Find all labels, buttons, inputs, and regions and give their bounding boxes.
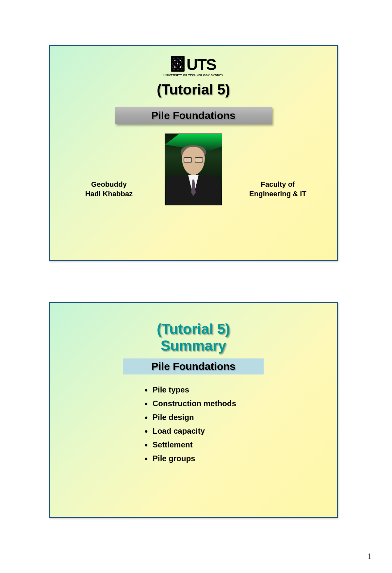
uts-logo-text: UTS	[187, 58, 216, 72]
slide2-subject-bar: Pile Foundations	[123, 358, 264, 374]
bullet-item: Construction methods	[145, 397, 337, 410]
slide2-bullet-list: Pile types Construction methods Pile des…	[145, 383, 337, 465]
slide2-title-line1: (Tutorial 5)	[157, 321, 230, 337]
slide1-right-line2: Engineering & IT	[249, 190, 306, 198]
uts-logo-subtext: UNIVERSITY OF TECHNOLOGY SYDNEY	[50, 74, 337, 77]
slide1-left-text: Geobuddy Hadi Khabbaz	[63, 180, 155, 205]
slide1-info-row: Geobuddy Hadi Khabbaz Faculty of Enginee…	[50, 133, 337, 205]
uts-logo-block: UTS UNIVERSITY OF TECHNOLOGY SYDNEY	[50, 56, 337, 77]
bullet-item: Settlement	[145, 438, 337, 452]
slide-2-summary: (Tutorial 5) Summary Pile Foundations Pi…	[49, 302, 338, 518]
slide1-left-line2: Hadi Khabbaz	[85, 190, 133, 198]
uts-emblem-icon	[171, 56, 185, 72]
slide1-right-line1: Faculty of	[261, 180, 295, 188]
bullet-item: Pile design	[145, 410, 337, 424]
slide2-title: (Tutorial 5) Summary	[50, 321, 337, 354]
uts-logo-row: UTS	[171, 56, 216, 72]
slide1-left-line1: Geobuddy	[91, 180, 127, 188]
bullet-item: Pile types	[145, 383, 337, 397]
bullet-item: Load capacity	[145, 424, 337, 438]
presenter-photo	[165, 133, 222, 205]
slide2-title-line2: Summary	[161, 338, 226, 354]
slide-1-title: UTS UNIVERSITY OF TECHNOLOGY SYDNEY (Tut…	[49, 45, 338, 261]
slide1-title: (Tutorial 5)	[50, 81, 337, 98]
page-number: 1	[368, 551, 372, 561]
bullet-item: Pile groups	[145, 452, 337, 465]
slide1-subject-bar: Pile Foundations	[115, 107, 272, 124]
slide1-right-text: Faculty of Engineering & IT	[232, 180, 324, 205]
